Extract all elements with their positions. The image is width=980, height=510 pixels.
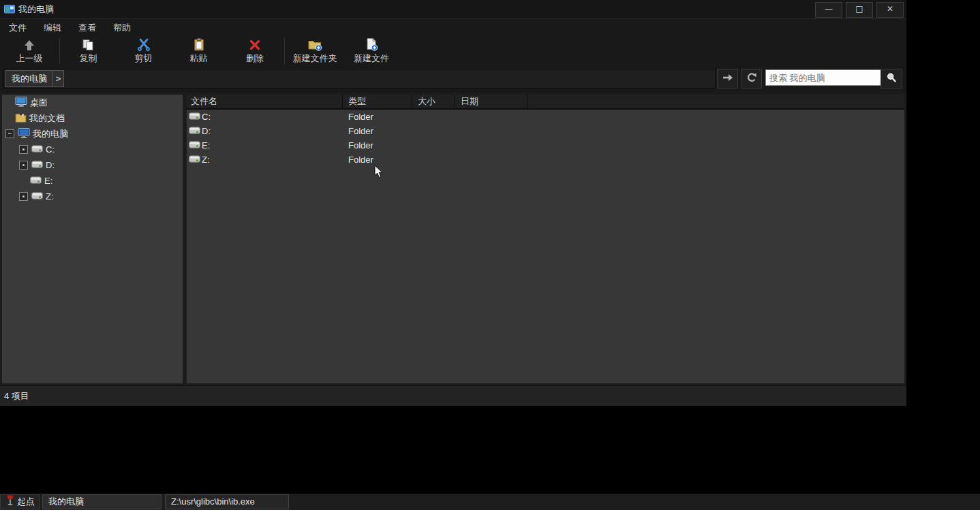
column-header-filler xyxy=(528,95,904,108)
start-button[interactable]: 起点 xyxy=(0,494,40,509)
drive-icon xyxy=(31,191,43,202)
expander-dot-icon[interactable] xyxy=(19,192,28,201)
tree-item-drive-e[interactable]: E: xyxy=(2,173,183,189)
taskbar-task-ib-exe[interactable]: Z:\usr\glibc\bin\ib.exe xyxy=(165,494,289,509)
paste-button[interactable]: 粘贴 xyxy=(171,36,226,66)
drive-icon xyxy=(189,140,200,150)
copy-icon xyxy=(82,37,95,51)
tree-item-documents[interactable]: 我的文档 xyxy=(2,110,183,126)
cut-button[interactable]: 剪切 xyxy=(116,36,171,66)
search-magnifier-icon xyxy=(886,72,897,85)
minimize-button[interactable]: — xyxy=(815,2,842,18)
taskbar: 起点 我的电脑 Z:\usr\glibc\bin\ib.exe xyxy=(0,492,980,510)
drive-icon xyxy=(189,126,200,136)
list-header: 文件名 类型 大小 日期 xyxy=(187,95,904,110)
status-item-count: 4 项目 xyxy=(4,390,29,402)
copy-button[interactable]: 复制 xyxy=(61,36,116,66)
new-file-icon xyxy=(365,37,378,51)
drive-icon xyxy=(31,144,43,155)
scissors-icon xyxy=(137,37,151,51)
search-button[interactable] xyxy=(881,69,902,89)
drive-icon xyxy=(189,112,200,122)
documents-folder-icon xyxy=(15,112,27,125)
expander-minus-icon[interactable] xyxy=(5,129,14,138)
wine-glass-icon xyxy=(6,495,14,509)
drive-icon xyxy=(31,160,43,170)
maximize-button[interactable]: □ xyxy=(846,2,873,18)
taskbar-task-mycomputer[interactable]: 我的电脑 xyxy=(42,494,162,509)
delete-button[interactable]: 删除 xyxy=(226,36,284,66)
tree-item-drive-c[interactable]: C: xyxy=(2,142,183,157)
up-button[interactable]: 上一级 xyxy=(0,36,59,66)
column-header-name[interactable]: 文件名 xyxy=(187,95,343,108)
window: 我的电脑 — □ ✕ 文件 编辑 查看 帮助 上一级 复制 xyxy=(0,0,906,405)
search-input[interactable] xyxy=(765,69,884,86)
titlebar: 我的电脑 — □ ✕ xyxy=(0,0,906,19)
computer-icon xyxy=(18,128,30,140)
toolbar-separator xyxy=(284,38,285,64)
address-box[interactable]: 我的电脑 > xyxy=(3,69,716,89)
column-header-type[interactable]: 类型 xyxy=(343,95,412,108)
menu-help[interactable]: 帮助 xyxy=(105,22,139,34)
toolbar: 上一级 复制 剪切 xyxy=(0,36,906,67)
menu-view[interactable]: 查看 xyxy=(70,22,104,34)
file-list: 文件名 类型 大小 日期 C: Folder xyxy=(187,95,904,383)
new-folder-icon xyxy=(308,37,322,51)
app-icon xyxy=(4,3,15,14)
menu-edit[interactable]: 编辑 xyxy=(35,22,70,34)
window-title: 我的电脑 xyxy=(18,3,54,16)
close-button[interactable]: ✕ xyxy=(876,2,904,18)
up-arrow-icon xyxy=(23,37,35,51)
file-row-z[interactable]: Z: Folder xyxy=(187,153,904,167)
toolbar-separator xyxy=(59,38,60,64)
clipboard-icon xyxy=(193,37,205,51)
menu-file[interactable]: 文件 xyxy=(1,22,35,34)
tree-item-computer[interactable]: 我的电脑 xyxy=(2,126,183,142)
refresh-button[interactable] xyxy=(741,69,762,89)
status-bar: 4 项目 xyxy=(0,385,906,406)
refresh-icon xyxy=(746,72,757,85)
file-row-e[interactable]: E: Folder xyxy=(187,138,904,153)
delete-x-icon xyxy=(249,37,261,51)
new-folder-button[interactable]: 新建文件夹 xyxy=(286,36,344,66)
column-header-date[interactable]: 日期 xyxy=(455,95,528,108)
breadcrumb-chevron[interactable]: > xyxy=(53,70,64,87)
expander-dot-icon[interactable] xyxy=(19,145,28,154)
file-row-c[interactable]: C: Folder xyxy=(187,110,904,124)
menubar: 文件 编辑 查看 帮助 xyxy=(0,19,906,36)
new-file-button[interactable]: 新建文件 xyxy=(344,36,399,66)
address-bar: 我的电脑 > xyxy=(0,66,906,93)
tree-item-drive-d[interactable]: D: xyxy=(2,157,183,173)
tree-item-desktop[interactable]: 桌面 xyxy=(2,95,183,110)
column-header-size[interactable]: 大小 xyxy=(412,95,455,108)
expander-dot-icon[interactable] xyxy=(19,161,28,170)
start-label: 起点 xyxy=(17,496,35,508)
drive-icon xyxy=(30,176,42,186)
drive-icon xyxy=(189,155,200,165)
breadcrumb[interactable]: 我的电脑 xyxy=(5,70,53,87)
content-area: 桌面 我的文档 xyxy=(0,93,906,385)
tree-item-drive-z[interactable]: Z: xyxy=(2,189,183,204)
desktop-icon xyxy=(15,97,27,109)
go-button[interactable] xyxy=(717,69,738,89)
go-arrow-icon xyxy=(722,73,733,84)
file-row-d[interactable]: D: Folder xyxy=(187,124,904,138)
tree-panel: 桌面 我的文档 xyxy=(2,95,183,383)
